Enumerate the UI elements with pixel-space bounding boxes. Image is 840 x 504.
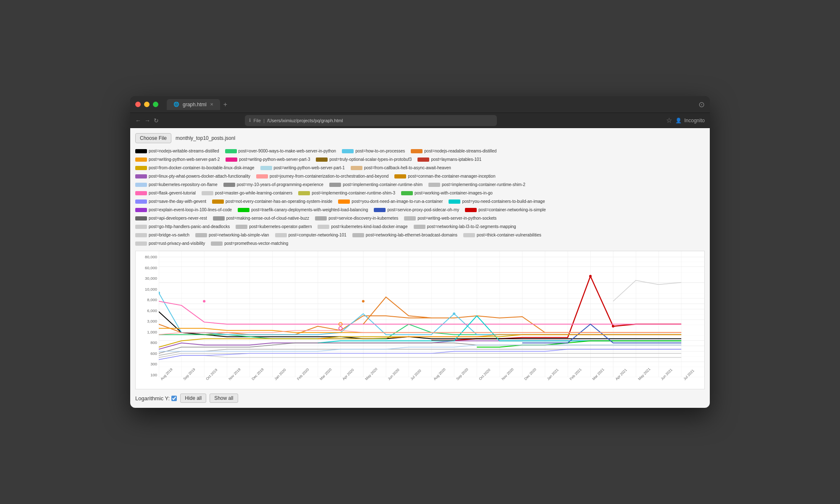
legend-swatch-4 — [135, 158, 147, 162]
url-separator: | — [263, 118, 265, 123]
dot-red-2 — [612, 325, 614, 328]
legend-swatch-14 — [135, 183, 147, 187]
y-label-60k: 60,000 — [137, 265, 157, 270]
x-tick-sep19: Sep 2019 — [181, 377, 204, 389]
x-tick-jul21: Jul 2021 — [682, 377, 704, 389]
legend-row-4: post=linux-pty-what-powers-docker-attach… — [135, 173, 705, 180]
chart-svg — [159, 251, 704, 377]
x-tick-nov19: Nov 2019 — [227, 377, 249, 389]
legend-row-10: post=go-http-handlers-panic-and-deadlock… — [135, 223, 705, 231]
legend-label-21: post=working-with-container-images-in-go — [415, 189, 493, 197]
legend-row-1: post=nodejs-writable-streams-distilled p… — [135, 147, 705, 155]
legend-item-26: post=explain-event-loop-in-100-lines-of-… — [135, 206, 232, 214]
x-tick-mar20: Mar 2020 — [318, 377, 341, 389]
x-tick-apr20: Apr 2020 — [341, 377, 363, 389]
legend-swatch-36 — [318, 225, 329, 229]
legend-item-16: post=implementing-container-runtime-shim — [329, 181, 423, 189]
legend-label-30: post=api-developers-never-rest — [149, 215, 207, 222]
legend-label-0: post=nodejs-writable-streams-distilled — [149, 147, 219, 155]
star-icon[interactable]: ☆ — [666, 116, 672, 124]
legend-area: post=nodejs-writable-streams-distilled p… — [135, 147, 705, 247]
legend-item-6: post=truly-optional-scalar-types-in-prot… — [316, 156, 412, 163]
legend-swatch-21 — [401, 191, 413, 195]
legend-item-37: post=networking-lab-l3-to-l2-segments-ma… — [414, 223, 516, 231]
x-tick-jul20: Jul 2020 — [409, 377, 431, 389]
legend-swatch-34 — [135, 225, 147, 229]
dot-big-orange — [362, 300, 365, 302]
legend-swatch-41 — [352, 233, 364, 237]
x-tick-may20: May 2020 — [363, 377, 386, 389]
legend-item-18: post=flask-gevent-tutorial — [135, 189, 196, 197]
y-label-600: 600 — [137, 351, 157, 356]
legend-label-13: post=conman-the-container-manager-incept… — [408, 173, 495, 180]
x-tick-jun21: Jun 2021 — [659, 377, 682, 389]
legend-item-29: post=container-networking-is-simple — [465, 206, 546, 214]
x-tick-jun20: Jun 2020 — [386, 377, 409, 389]
legend-row-9: post=api-developers-never-rest post=maki… — [135, 215, 705, 222]
maximize-button[interactable] — [153, 102, 158, 107]
legend-item-17: post=implementing-container-runtime-shim… — [428, 181, 525, 189]
legend-item-12: post=journey-from-containerization-to-or… — [256, 173, 388, 180]
legend-swatch-35 — [236, 225, 247, 229]
legend-swatch-10 — [351, 166, 362, 170]
legend-item-22: post=save-the-day-with-gevent — [135, 198, 206, 205]
legend-item-28: post=service-proxy-pod-sidecar-oh-my — [374, 206, 459, 214]
dot-cyan-2 — [453, 312, 455, 315]
legend-label-3: post=nodejs-readable-streams-distilled — [424, 147, 496, 155]
legend-swatch-11 — [135, 174, 147, 178]
legend-swatch-42 — [463, 233, 475, 237]
legend-swatch-32 — [315, 216, 327, 220]
legend-label-36: post=kubernetes-kind-load-docker-image — [331, 223, 407, 231]
browser-tab[interactable]: 🌐 graph.html ✕ — [167, 99, 220, 110]
legend-item-19: post=master-go-while-learning-containers — [202, 189, 292, 197]
legend-swatch-40 — [275, 233, 287, 237]
incognito-area: 👤 Incognito — [675, 118, 705, 123]
legend-label-4: post=writing-python-web-server-part-2 — [149, 156, 220, 163]
show-all-button[interactable]: Show all — [210, 394, 238, 403]
legend-swatch-37 — [414, 225, 425, 229]
url-box[interactable]: ℹ File | /Users/iximiuz/projects/pq/grap… — [245, 115, 497, 126]
new-tab-button[interactable]: + — [223, 101, 227, 108]
tab-close-icon[interactable]: ✕ — [210, 102, 213, 107]
log-y-label[interactable]: Logarithmic Y: — [135, 395, 177, 402]
forward-icon[interactable]: → — [144, 117, 150, 124]
back-icon[interactable]: ← — [135, 117, 141, 124]
legend-label-18: post=flask-gevent-tutorial — [149, 189, 196, 197]
legend-label-7: post=laymans-iptables-101 — [431, 156, 481, 163]
x-tick-oct20: Oct 2020 — [477, 377, 500, 389]
legend-swatch-39 — [195, 233, 207, 237]
close-button[interactable] — [135, 102, 141, 107]
legend-row-6: post=flask-gevent-tutorial post=master-g… — [135, 189, 705, 197]
legend-item-32: post=service-discovery-in-kubernetes — [315, 215, 398, 222]
legend-item-13: post=conman-the-container-manager-incept… — [394, 173, 495, 180]
legend-label-39: post=networking-lab-simple-vlan — [209, 231, 269, 239]
refresh-icon[interactable]: ↻ — [154, 117, 159, 124]
minimize-button[interactable] — [144, 102, 150, 107]
legend-label-41: post=networking-lab-ethernet-broadcast-d… — [366, 231, 457, 239]
legend-label-17: post=implementing-container-runtime-shim… — [442, 181, 525, 189]
legend-swatch-12 — [256, 174, 268, 178]
legend-label-28: post=service-proxy-pod-sidecar-oh-my — [387, 206, 459, 214]
choose-file-button[interactable]: Choose File — [135, 133, 171, 143]
hide-all-button[interactable]: Hide all — [180, 394, 206, 403]
legend-swatch-31 — [213, 216, 225, 220]
legend-swatch-6 — [316, 158, 328, 162]
x-tick-dec20: Dec 2020 — [522, 377, 545, 389]
legend-label-20: post=implementing-container-runtime-shim… — [312, 189, 395, 197]
legend-label-34: post=go-http-handlers-panic-and-deadlock… — [149, 223, 230, 231]
legend-item-2: post=how-to-on-processes — [342, 147, 405, 155]
legend-item-7: post=laymans-iptables-101 — [417, 156, 481, 163]
legend-item-33: post=writing-web-server-in-python-socket… — [404, 215, 496, 222]
legend-label-40: post=computer-networking-101 — [289, 231, 346, 239]
legend-swatch-26 — [135, 208, 147, 212]
legend-label-33: post=writing-web-server-in-python-socket… — [417, 215, 496, 222]
legend-item-15: post=my-10-years-of-programming-experien… — [223, 181, 323, 189]
legend-item-14: post=kubernetes-repository-on-flame — [135, 181, 218, 189]
x-tick-aug20: Aug 2020 — [432, 377, 454, 389]
x-tick-dec19: Dec 2019 — [250, 377, 273, 389]
log-y-checkbox[interactable] — [171, 396, 177, 401]
legend-item-23: post=not-every-container-has-an-operatin… — [212, 198, 332, 205]
legend-item-40: post=computer-networking-101 — [275, 231, 346, 239]
legend-swatch-28 — [374, 208, 386, 212]
tab-title: graph.html — [183, 102, 207, 108]
